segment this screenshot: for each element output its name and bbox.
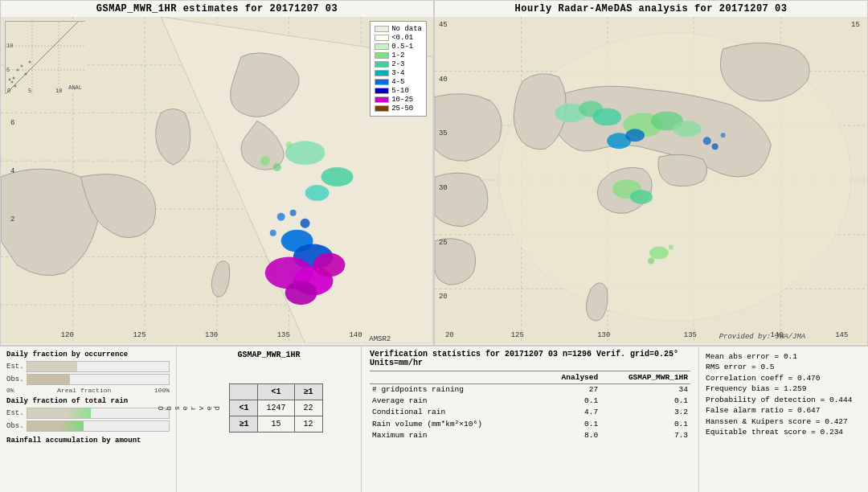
legend-3-4: 3-4 [375,69,422,77]
rms-error: RMS error = 0.5 [706,363,862,371]
svg-point-77 [625,129,645,141]
legend-label-3-4: 3-4 [391,69,404,77]
legend-label-4-5: 4-5 [391,78,404,86]
correlation-coeff: Correlation coeff = 0.470 [706,374,862,383]
legend-label-05-1: 0.5-1 [391,43,413,51]
accumulation-title: Rainfall accumulation by amount [6,437,170,445]
contingency-header-row: <1 ≥1 [230,383,322,400]
svg-point-26 [260,156,270,166]
verification-analysed-4: 8.0 [546,430,600,441]
verification-title: Verification statistics for 20171207 03 … [370,350,690,367]
verification-col-gsmap: GSMAP_MWR_1HR [600,371,690,384]
contingency-val-12: 22 [294,400,322,416]
verification-analysed-2: 4.7 [546,407,600,418]
legend-label-nodata: No data [391,25,422,33]
verification-row-1: Average rain 0.1 0.1 [370,396,690,407]
svg-point-83 [649,247,669,260]
verification-label-0: # gridpoints raining [370,384,546,396]
svg-text:Provided by: JWA/JMA: Provided by: JWA/JMA [719,333,806,341]
contingency-empty-header [230,383,258,400]
contingency-row-ge1-label: ≥1 [230,416,258,432]
accumulation-section: Rainfall accumulation by amount [6,437,170,445]
svg-text:35: 35 [439,129,448,137]
legend-color-05-1 [375,43,389,50]
est-rain-bar [27,408,170,419]
svg-text:130: 130 [205,331,218,339]
prob-detection: Probability of detection = 0.444 [706,396,862,404]
svg-text:25: 25 [439,239,448,247]
contingency-row-ge1: ≥1 15 12 [230,416,322,432]
verification-gsmap-3: 0.1 [600,418,690,430]
svg-text:120: 120 [61,331,74,339]
svg-point-82 [721,133,726,137]
obs-label-occ: Obs. [6,375,27,383]
legend-label-25-50: 25-50 [391,105,413,113]
legend-5-10: 5-10 [375,87,422,95]
est-label-rain: Est. [6,409,27,417]
verification-gsmap-1: 0.1 [600,396,690,407]
verification-empty-col [370,371,546,384]
inset-label: ANAL [68,84,82,91]
svg-point-23 [290,210,297,216]
legend-color-5-10 [375,88,389,94]
verification-analysed-3: 0.1 [546,418,600,430]
svg-text:4: 4 [10,167,14,175]
verification-label-3: Rain volume (mm*km²×10⁶) [370,418,546,430]
svg-point-15 [305,185,330,201]
svg-point-27 [273,163,281,171]
svg-point-85 [669,245,674,250]
legend-color-4-5 [375,79,389,85]
legend-color-10-25 [375,96,389,103]
obs-container: Observed <1 ≥1 <1 1247 22 ≥1 1 [183,363,354,452]
legend-05-1: 0.5-1 [375,43,422,51]
chart-panel: Daily fraction by occurrence Est. Obs. 0… [0,346,177,492]
verification-label-2: Conditional rain [370,407,546,418]
legend-color-25-50 [375,105,389,112]
obs-label-rain: Obs. [6,422,27,430]
obs-occurrence-bar [27,374,170,385]
legend-color-3-4 [375,70,389,76]
legend-box: No data <0.01 0.5-1 1-2 [370,21,427,117]
verification-analysed-1: 0.1 [546,396,600,407]
svg-point-20 [285,281,317,305]
occurrence-title: Daily fraction by occurrence [6,351,170,359]
svg-text:130: 130 [597,331,610,339]
axis-100-occ: 100% [154,387,170,394]
legend-label-2-3: 2-3 [391,60,404,68]
legend-label-5-10: 5-10 [391,87,409,95]
est-rain-row: Est. [6,408,170,419]
svg-text:0: 0 [7,88,10,94]
contingency-col-ge1: ≥1 [294,383,322,400]
svg-text:10: 10 [55,88,62,94]
freq-bias: Frequency bias = 1.259 [706,384,862,393]
svg-text:20: 20 [445,331,454,339]
svg-point-52 [9,79,11,81]
axis-0-occ: 0% [6,387,14,394]
svg-point-47 [21,65,23,68]
svg-text:15: 15 [851,21,860,29]
svg-point-49 [11,81,14,84]
svg-text:5: 5 [6,67,10,73]
svg-point-21 [313,253,346,277]
verification-table: Analysed GSMAP_MWR_1HR # gridpoints rain… [370,371,690,441]
verification-row-4: Maximum rain 8.0 7.3 [370,430,690,441]
verification-panel: Verification statistics for 20171207 03 … [362,346,699,492]
svg-text:45: 45 [439,21,448,29]
verification-label-1: Average rain [370,396,546,407]
contingency-val-21: 15 [258,416,294,432]
contingency-val-11: 1247 [258,400,294,416]
verification-header-row: Analysed GSMAP_MWR_1HR [370,371,690,384]
svg-point-80 [703,137,711,145]
hanssen-kuipers: Hanssen & Kuipers score = 0.427 [706,417,862,426]
left-map-panel: GSMAP_MWR_1HR estimates for 20171207 03 [0,0,434,346]
svg-point-81 [712,143,719,150]
legend-25-50: 25-50 [375,105,422,113]
legend-4-5: 4-5 [375,78,422,86]
verification-row-2: Conditional rain 4.7 3.2 [370,407,690,418]
svg-point-14 [321,167,354,187]
svg-text:5: 5 [28,88,31,94]
verification-row-0: # gridpoints raining 27 34 [370,384,690,396]
svg-point-50 [29,61,31,64]
svg-text:140: 140 [349,331,362,339]
svg-text:135: 135 [277,331,290,339]
